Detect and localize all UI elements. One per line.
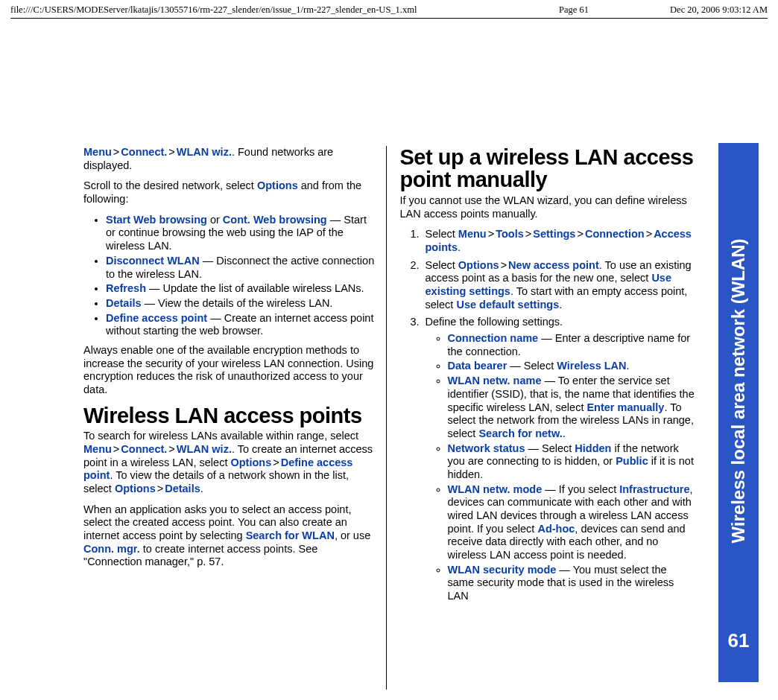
menu-path-item: Details <box>165 483 200 494</box>
option-label: Enter manually <box>586 401 664 413</box>
menu-path-item: Options <box>458 259 499 271</box>
list-item: Define the following settings. Connectio… <box>423 316 695 602</box>
option-label: Network status <box>448 442 525 454</box>
header-bar: file:///C:/USERS/MODEServer/lkatajis/130… <box>0 0 778 16</box>
gt-icon: > <box>487 228 496 240</box>
left-bullets: Start Web browsing or Cont. Web browsing… <box>83 214 379 338</box>
right-sublist: Connection name — Enter a descriptive na… <box>426 332 695 603</box>
list-item: Connection name — Enter a descriptive na… <box>448 332 695 358</box>
text: . <box>200 483 203 494</box>
right-ordered-list: Select Menu>Tools>Settings>Connection>Ac… <box>400 228 695 603</box>
text: Select <box>426 228 458 240</box>
column-right: Set up a wireless LAN access point manua… <box>386 146 695 690</box>
text: — Select <box>507 360 557 372</box>
list-item: Refresh — Update the list of available w… <box>106 282 379 296</box>
column-left: Menu>Connect.>WLAN wiz.. Found networks … <box>83 146 386 690</box>
option-label: Search for WLAN <box>246 529 335 541</box>
menu-path-item: Connection <box>585 228 645 240</box>
menu-path-item: Menu <box>83 443 112 455</box>
left-p3: Always enable one of the available encry… <box>83 344 379 397</box>
left-p4: To search for wireless LANs available wi… <box>83 430 379 495</box>
menu-path-item: New access point <box>508 259 599 271</box>
option-label: Disconnect WLAN <box>106 255 200 267</box>
text: — Update the list of available wireless … <box>146 282 364 294</box>
text: or <box>207 214 223 226</box>
option-label: Details <box>106 297 142 309</box>
text: Define the following settings. <box>426 316 563 328</box>
text: — If you select <box>542 483 619 495</box>
right-p1: If you cannot use the WLAN wizard, you c… <box>400 194 695 220</box>
left-p1: Menu>Connect.>WLAN wiz.. Found networks … <box>83 146 379 172</box>
list-item: Select Menu>Tools>Settings>Connection>Ac… <box>423 228 695 254</box>
gt-icon: > <box>112 443 121 455</box>
side-tab: Wireless local area network (WLAN) 61 <box>718 143 759 682</box>
text: — View the details of the wireless LAN. <box>142 297 333 309</box>
option-label: Public <box>616 455 648 467</box>
menu-path-item: Connect. <box>121 146 167 158</box>
menu-path-item: Menu <box>458 228 487 240</box>
option-label: Start Web browsing <box>106 214 207 226</box>
text: — Select <box>525 442 575 454</box>
text: . <box>458 241 461 253</box>
gt-icon: > <box>524 228 533 240</box>
header-timestamp: Dec 20, 2006 9:03:12 AM <box>619 4 768 16</box>
menu-path-item: Options <box>230 456 271 468</box>
option-label: Search for netw. <box>478 427 562 439</box>
option-label: Use default settings <box>456 299 559 311</box>
option-label: Conn. mgr. <box>83 543 140 555</box>
list-item: Define access point — Create an internet… <box>106 312 379 338</box>
menu-path-item: Tools <box>496 228 524 240</box>
option-label: WLAN netw. mode <box>448 483 543 495</box>
menu-path-item: Menu <box>83 146 112 158</box>
gt-icon: > <box>156 483 165 494</box>
list-item: Disconnect WLAN — Disconnect the active … <box>106 255 379 281</box>
option-label: WLAN netw. name <box>448 375 542 386</box>
menu-path-item: Options <box>257 179 298 191</box>
side-tab-title: Wireless local area network (WLAN) <box>728 238 749 543</box>
menu-path-item: WLAN wiz. <box>177 146 232 158</box>
option-label: Hidden <box>575 442 611 454</box>
option-label: Cont. Web browsing <box>223 214 327 226</box>
left-p5: When an application asks you to select a… <box>83 503 379 569</box>
text: . <box>563 427 566 439</box>
gt-icon: > <box>112 146 121 158</box>
option-label: Ad-hoc <box>537 523 575 535</box>
header-path: file:///C:/USERS/MODEServer/lkatajis/130… <box>10 4 522 16</box>
option-label: WLAN security mode <box>448 564 557 576</box>
option-label: Infrastructure <box>619 483 689 495</box>
text: Select <box>426 259 458 271</box>
menu-path-item: Settings <box>533 228 575 240</box>
header-page: Page 61 <box>522 4 619 16</box>
list-item: Network status — Select Hidden if the ne… <box>448 442 695 482</box>
gt-icon: > <box>167 146 176 158</box>
option-label: Wireless LAN <box>557 360 626 372</box>
left-p2: Scroll to the desired network, select Op… <box>83 179 379 206</box>
list-item: Select Options>New access point. To use … <box>423 259 695 312</box>
list-item: Start Web browsing or Cont. Web browsing… <box>106 214 379 253</box>
list-item: WLAN netw. name — To enter the service s… <box>448 375 695 440</box>
list-item: Data bearer — Select Wireless LAN. <box>448 360 695 373</box>
text: . <box>627 360 630 372</box>
list-item: WLAN netw. mode — If you select Infrastr… <box>448 483 695 562</box>
gt-icon: > <box>167 443 176 455</box>
gt-icon: > <box>575 228 584 240</box>
text: Scroll to the desired network, select <box>83 179 257 191</box>
menu-path-item: WLAN wiz. <box>177 443 232 455</box>
page: file:///C:/USERS/MODEServer/lkatajis/130… <box>0 0 778 700</box>
gt-icon: > <box>499 259 508 271</box>
side-tab-page-number: 61 <box>718 629 759 652</box>
text: To search for wireless LANs available wi… <box>83 430 358 442</box>
section-heading: Set up a wireless LAN access point manua… <box>400 146 695 191</box>
list-item: WLAN security mode — You must select the… <box>448 564 695 603</box>
option-label: Refresh <box>106 282 146 294</box>
gt-icon: > <box>271 456 280 468</box>
gt-icon: > <box>645 228 654 240</box>
option-label: Define access point <box>106 312 207 324</box>
content: Menu>Connect.>WLAN wiz.. Found networks … <box>83 146 695 690</box>
list-item: Details — View the details of the wirele… <box>106 297 379 311</box>
header-rule <box>10 18 768 19</box>
menu-path-item: Connect. <box>121 443 167 455</box>
text: . <box>559 299 562 311</box>
option-label: Data bearer <box>448 360 507 372</box>
menu-path-item: Options <box>115 483 156 494</box>
